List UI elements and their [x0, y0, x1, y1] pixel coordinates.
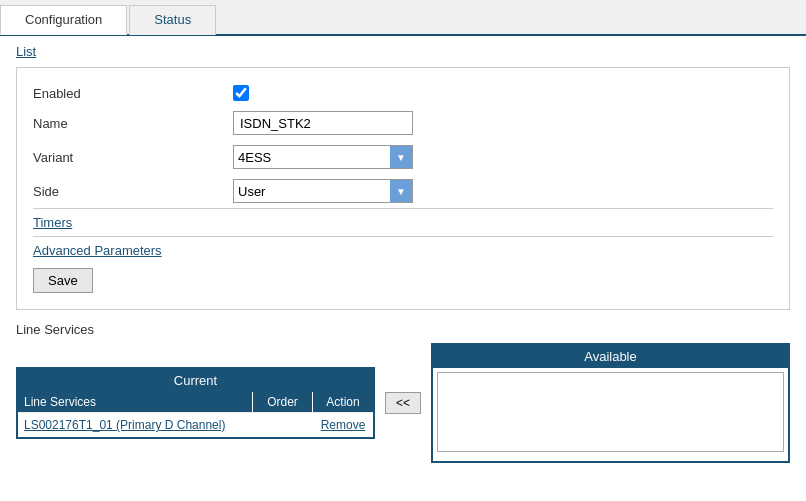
enabled-control: [233, 85, 249, 101]
row-order: [253, 416, 313, 434]
side-select[interactable]: User Network: [234, 180, 390, 202]
table-row: LS002176T1_01 (Primary D Channel) Remove: [18, 412, 373, 437]
enabled-checkbox[interactable]: [233, 85, 249, 101]
arrows-col: <<: [385, 390, 421, 416]
tab-configuration[interactable]: Configuration: [0, 5, 127, 35]
side-row: Side User Network: [33, 174, 773, 208]
remove-link[interactable]: Remove: [321, 418, 366, 432]
side-select-arrow[interactable]: [390, 180, 412, 202]
line-services-section: Line Services Current Line Services Orde…: [16, 322, 790, 463]
side-select-wrapper: User Network: [233, 179, 413, 203]
current-panel: Current Line Services Order Action LS002…: [16, 367, 375, 439]
side-label: Side: [33, 184, 233, 199]
tabs-bar: Configuration Status: [0, 0, 806, 36]
row-action: Remove: [313, 416, 373, 434]
available-panel-header: Available: [433, 345, 788, 368]
enabled-row: Enabled: [33, 80, 773, 106]
list-link[interactable]: List: [16, 44, 36, 59]
col-ls-header: Line Services: [18, 392, 253, 412]
variant-select-arrow[interactable]: [390, 146, 412, 168]
timers-row: Timers: [33, 208, 773, 236]
form-section: Enabled Name Variant 4ESS 5ESS NI2: [16, 67, 790, 310]
move-left-button[interactable]: <<: [385, 392, 421, 414]
col-action-header: Action: [313, 392, 373, 412]
ls-name-link[interactable]: LS002176T1_01 (Primary D Channel): [24, 418, 225, 432]
variant-label: Variant: [33, 150, 233, 165]
name-control: [233, 111, 413, 135]
save-button[interactable]: Save: [33, 268, 93, 293]
row-ls-name: LS002176T1_01 (Primary D Channel): [18, 416, 253, 434]
col-order-header: Order: [253, 392, 313, 412]
name-label: Name: [33, 116, 233, 131]
advanced-params-row: Advanced Parameters: [33, 236, 773, 264]
variant-row: Variant 4ESS 5ESS NI2 DMS100: [33, 140, 773, 174]
name-row: Name: [33, 106, 773, 140]
available-panel: Available: [431, 343, 790, 463]
timers-link[interactable]: Timers: [33, 215, 72, 230]
current-table-header: Line Services Order Action: [18, 392, 373, 412]
advanced-params-link[interactable]: Advanced Parameters: [33, 243, 162, 258]
tab-status[interactable]: Status: [129, 5, 216, 35]
line-services-title: Line Services: [16, 322, 790, 337]
line-services-layout: Current Line Services Order Action LS002…: [16, 343, 790, 463]
enabled-label: Enabled: [33, 86, 233, 101]
side-control: User Network: [233, 179, 413, 203]
variant-control: 4ESS 5ESS NI2 DMS100: [233, 145, 413, 169]
page-content: List Enabled Name Variant 4ESS 5ESS: [0, 36, 806, 479]
current-panel-header: Current: [18, 369, 373, 392]
variant-select[interactable]: 4ESS 5ESS NI2 DMS100: [234, 146, 390, 168]
available-inner: [437, 372, 784, 452]
variant-select-wrapper: 4ESS 5ESS NI2 DMS100: [233, 145, 413, 169]
name-input[interactable]: [233, 111, 413, 135]
